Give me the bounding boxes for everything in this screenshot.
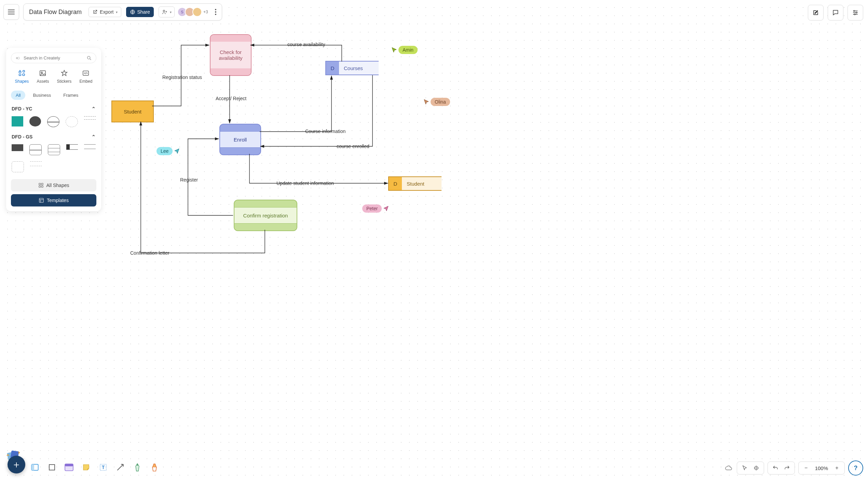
svg-rect-17 bbox=[41, 186, 43, 187]
add-fab-button[interactable]: ＋ bbox=[8, 456, 25, 473]
tool-container[interactable] bbox=[29, 462, 40, 473]
zoom-group: − 100% + bbox=[798, 462, 845, 475]
container-icon bbox=[30, 463, 39, 472]
zoom-in-button[interactable]: + bbox=[832, 463, 842, 473]
logo-icon bbox=[15, 56, 20, 61]
shape-swatch[interactable] bbox=[47, 116, 59, 127]
all-shapes-button[interactable]: All Shapes bbox=[11, 179, 96, 191]
svg-rect-14 bbox=[39, 183, 41, 185]
chevron-up-icon: ⌃ bbox=[92, 134, 96, 139]
invite-icon bbox=[162, 9, 168, 15]
layout-icon bbox=[39, 198, 44, 203]
shape-swatch[interactable] bbox=[29, 116, 41, 126]
tab-embed[interactable]: Embed bbox=[77, 68, 94, 85]
comments-button[interactable] bbox=[828, 5, 843, 21]
collaborator-name: Olina bbox=[431, 98, 450, 106]
plus-icon: ＋ bbox=[12, 458, 21, 471]
chip-frames[interactable]: Frames bbox=[58, 91, 83, 100]
shape-swatch[interactable] bbox=[29, 144, 42, 155]
grid-icon bbox=[38, 183, 44, 188]
collaborator-cursor-peter: Peter bbox=[361, 204, 389, 213]
shape-swatch[interactable] bbox=[48, 144, 60, 155]
export-icon bbox=[92, 9, 98, 15]
tool-rectangle[interactable] bbox=[46, 462, 57, 473]
collaborator-name: Lee bbox=[157, 147, 173, 155]
highlighter-icon bbox=[151, 463, 158, 472]
image-icon bbox=[39, 69, 46, 77]
svg-rect-25 bbox=[65, 464, 73, 466]
tab-stickers[interactable]: Stickers bbox=[55, 68, 74, 85]
collaborators-avatars[interactable]: S +3 bbox=[179, 7, 208, 17]
undo-button[interactable] bbox=[771, 463, 780, 473]
zoom-out-button[interactable]: − bbox=[801, 463, 811, 473]
help-button[interactable]: ? bbox=[848, 460, 863, 476]
sliders-icon bbox=[852, 9, 859, 16]
export-label: Export bbox=[100, 9, 113, 15]
shapes-icon bbox=[18, 69, 26, 77]
shape-swatch[interactable] bbox=[84, 144, 96, 149]
collaborator-name: Amin bbox=[398, 46, 418, 54]
tab-label: Shapes bbox=[15, 79, 29, 84]
more-menu-button[interactable] bbox=[213, 9, 218, 15]
pencil-box-icon bbox=[812, 9, 819, 16]
shape-swatch[interactable] bbox=[12, 116, 23, 126]
tool-connector[interactable] bbox=[115, 462, 126, 473]
pen-icon bbox=[134, 463, 141, 472]
svg-text:T: T bbox=[102, 465, 105, 470]
search-field[interactable] bbox=[11, 53, 96, 63]
section-toggle-dfd-yc[interactable]: DFD - YC ⌃ bbox=[11, 103, 96, 114]
shape-swatch[interactable] bbox=[30, 161, 42, 166]
svg-point-1 bbox=[163, 10, 165, 12]
shape-swatch[interactable] bbox=[84, 116, 96, 120]
card-icon bbox=[65, 464, 73, 471]
chip-business[interactable]: Business bbox=[28, 91, 56, 100]
svg-point-8 bbox=[23, 70, 25, 72]
redo-button[interactable] bbox=[782, 463, 792, 473]
shape-swatch[interactable] bbox=[12, 161, 24, 172]
avatar[interactable] bbox=[192, 7, 202, 17]
document-title[interactable]: Data Flow Diagram bbox=[27, 9, 84, 16]
settings-button[interactable] bbox=[847, 5, 863, 21]
tool-sticky[interactable] bbox=[81, 462, 92, 473]
tool-highlighter[interactable] bbox=[149, 462, 160, 473]
export-button[interactable]: Export ▾ bbox=[89, 7, 121, 17]
shape-swatch[interactable] bbox=[66, 116, 78, 127]
tab-shapes[interactable]: Shapes bbox=[13, 68, 31, 85]
cloud-sync-icon[interactable] bbox=[724, 463, 733, 473]
chip-all[interactable]: All bbox=[11, 91, 25, 100]
hamburger-menu-button[interactable] bbox=[3, 4, 19, 20]
square-icon bbox=[48, 463, 56, 471]
tool-text[interactable]: T bbox=[98, 462, 109, 473]
share-label: Share bbox=[137, 9, 150, 15]
button-label: All Shapes bbox=[46, 183, 69, 188]
svg-point-12 bbox=[41, 72, 43, 73]
shape-grid-gs bbox=[11, 142, 96, 176]
pan-tool[interactable] bbox=[751, 463, 761, 473]
share-button[interactable]: Share bbox=[126, 7, 154, 17]
svg-point-4 bbox=[854, 14, 855, 15]
avatar-more-count[interactable]: +3 bbox=[203, 10, 208, 14]
tab-assets[interactable]: Assets bbox=[35, 68, 51, 85]
svg-rect-16 bbox=[39, 186, 41, 187]
edit-button[interactable] bbox=[808, 5, 824, 21]
zoom-level[interactable]: 100% bbox=[813, 465, 830, 471]
tool-pen[interactable] bbox=[132, 462, 143, 473]
caret-down-icon: ▾ bbox=[116, 10, 118, 14]
section-title: DFD - GS bbox=[12, 134, 32, 139]
svg-rect-22 bbox=[31, 464, 34, 470]
tab-label: Stickers bbox=[57, 79, 72, 84]
section-title: DFD - YC bbox=[12, 106, 32, 111]
search-icon bbox=[86, 55, 92, 61]
tool-card[interactable] bbox=[64, 462, 74, 473]
tab-label: Assets bbox=[37, 79, 49, 84]
shape-swatch[interactable] bbox=[12, 144, 23, 151]
shape-swatch[interactable] bbox=[66, 144, 78, 150]
section-toggle-dfd-gs[interactable]: DFD - GS ⌃ bbox=[11, 131, 96, 142]
svg-rect-23 bbox=[49, 465, 55, 470]
pointer-tool[interactable] bbox=[740, 463, 749, 473]
title-toolbar-cluster: Data Flow Diagram Export ▾ Share ▾ S +3 bbox=[23, 3, 222, 21]
search-input[interactable] bbox=[23, 55, 84, 61]
text-icon: T bbox=[99, 463, 107, 471]
templates-button[interactable]: Templates bbox=[11, 194, 96, 206]
invite-button[interactable]: ▾ bbox=[159, 6, 175, 17]
